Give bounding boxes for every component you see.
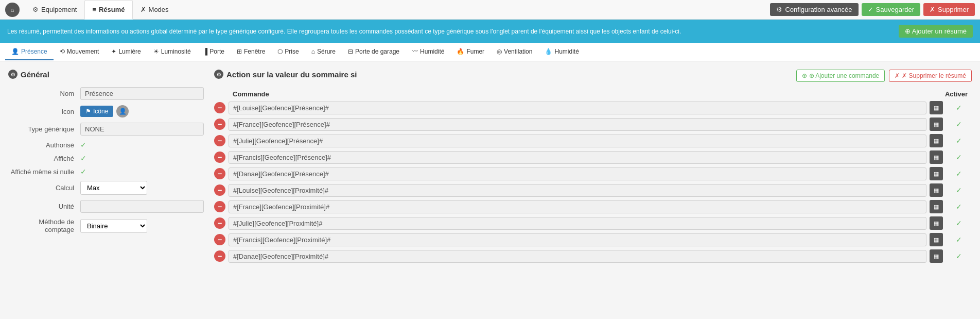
table-icon-button-9[interactable]: ▦ <box>930 249 943 263</box>
subtab-presence[interactable]: 👤 Présence <box>5 44 54 60</box>
supprimer-button[interactable]: ✗ Supprimer <box>923 3 975 16</box>
user-icon[interactable]: 👤 <box>116 105 129 117</box>
config-icon: ⚙ <box>776 6 782 13</box>
humidite1-icon: 〰 <box>412 48 418 55</box>
tab-equipement[interactable]: ⚙ Equipement <box>25 0 84 20</box>
subtab-ventilation-label: Ventilation <box>504 48 532 55</box>
subtab-fumer[interactable]: 🔥 Fumer <box>450 44 491 60</box>
command-check-1[interactable]: ✓ <box>956 120 962 128</box>
table-icon-button-1[interactable]: ▦ <box>930 117 943 131</box>
icon-picker-button[interactable]: ⚑ Icône <box>80 106 113 117</box>
presence-icon: 👤 <box>11 48 19 55</box>
calcul-select[interactable]: Max Min Moyenne Somme <box>80 181 147 195</box>
remove-command-button-3[interactable]: − <box>214 152 225 163</box>
table-icon-button-2[interactable]: ▦ <box>930 134 943 147</box>
humidite2-icon: 💧 <box>545 48 552 55</box>
table-icon-button-5[interactable]: ▦ <box>930 183 943 197</box>
command-input-1[interactable] <box>229 118 926 131</box>
check-col-6: ✓ <box>946 203 972 211</box>
type-generique-input[interactable] <box>80 123 204 136</box>
add-command-button[interactable]: ⊕ ⊕ Ajouter une commande <box>796 70 885 82</box>
subtab-mouvement[interactable]: ⟲ Mouvement <box>54 44 106 60</box>
equipement-icon: ⚙ <box>32 6 39 13</box>
command-check-0[interactable]: ✓ <box>956 104 962 112</box>
autorise-check[interactable]: ✓ <box>80 141 86 149</box>
nom-label: Nom <box>8 90 80 97</box>
delete-resume-button[interactable]: ✗ ✗ Supprimer le résumé <box>889 70 972 82</box>
table-icon-button-3[interactable]: ▦ <box>930 150 943 164</box>
table-icon-button-8[interactable]: ▦ <box>930 233 943 246</box>
methode-select[interactable]: Binaire Valeur <box>80 219 147 233</box>
remove-command-button-1[interactable]: − <box>214 119 225 130</box>
tab-modes[interactable]: ✗ Modes <box>133 0 177 20</box>
subtab-humidite1-label: Humidité <box>420 48 444 55</box>
subtab-serure[interactable]: ⌂ Sérure <box>305 44 342 60</box>
command-input-9[interactable] <box>229 250 926 263</box>
command-input-3[interactable] <box>229 151 926 164</box>
command-input-6[interactable] <box>229 200 926 213</box>
add-resume-button[interactable]: ⊕ Ajouter un résumé <box>899 25 973 38</box>
table-icon-button-7[interactable]: ▦ <box>930 216 943 230</box>
table-icon-button-0[interactable]: ▦ <box>930 101 943 114</box>
affiche-check[interactable]: ✓ <box>80 154 86 162</box>
remove-command-button-6[interactable]: − <box>214 201 225 212</box>
subtab-prise[interactable]: ⬡ Prise <box>271 44 305 60</box>
command-check-6[interactable]: ✓ <box>956 203 962 211</box>
remove-command-button-7[interactable]: − <box>214 217 225 229</box>
tab-equipement-label: Equipement <box>41 6 77 13</box>
subtab-ventilation[interactable]: ◎ Ventilation <box>491 44 538 60</box>
app-logo[interactable]: ⌂ <box>5 3 20 17</box>
command-check-2[interactable]: ✓ <box>956 137 962 145</box>
unite-input[interactable] <box>80 200 204 213</box>
add-command-label: ⊕ Ajouter une commande <box>809 72 880 79</box>
subtab-luminosite[interactable]: ☀ Luminosité <box>147 44 197 60</box>
nom-input[interactable] <box>80 87 204 100</box>
porte-garage-icon: ⊟ <box>348 48 353 55</box>
command-input-5[interactable] <box>229 184 926 197</box>
check-col-5: ✓ <box>946 186 972 194</box>
command-check-5[interactable]: ✓ <box>956 186 962 194</box>
config-avancee-button[interactable]: ⚙ Configuration avancée <box>770 3 858 16</box>
subtab-porte[interactable]: ▐ Porte <box>197 44 231 60</box>
command-input-0[interactable] <box>229 102 926 114</box>
subtab-humidite1[interactable]: 〰 Humidité <box>406 44 450 60</box>
remove-command-button-0[interactable]: − <box>214 102 225 113</box>
command-input-8[interactable] <box>229 233 926 246</box>
remove-command-button-8[interactable]: − <box>214 234 225 245</box>
command-check-9[interactable]: ✓ <box>956 252 962 260</box>
check-col-3: ✓ <box>946 153 972 161</box>
command-input-4[interactable] <box>229 167 926 180</box>
remove-command-button-4[interactable]: − <box>214 168 225 179</box>
tab-resume[interactable]: ≡ Résumé <box>84 0 132 20</box>
affiche-nulle-check[interactable]: ✓ <box>80 167 86 176</box>
delete-resume-icon: ✗ <box>895 72 900 79</box>
subtab-humidite2[interactable]: 💧 Humidité <box>538 44 585 60</box>
remove-command-button-9[interactable]: − <box>214 250 225 262</box>
resume-icon: ≡ <box>92 6 96 13</box>
porte-icon: ▐ <box>203 48 208 55</box>
subtab-lumiere[interactable]: ✦ Lumière <box>105 44 147 60</box>
subtab-fenetre[interactable]: ⊞ Fenêtre <box>231 44 271 60</box>
check-col-9: ✓ <box>946 252 972 260</box>
sauvegarder-button[interactable]: ✓ Sauvegarder <box>862 3 920 16</box>
command-check-8[interactable]: ✓ <box>956 236 962 244</box>
remove-command-button-5[interactable]: − <box>214 184 225 196</box>
command-row: − ▦ ✓ <box>214 117 972 131</box>
command-input-7[interactable] <box>229 217 926 230</box>
subtab-porte-garage[interactable]: ⊟ Porte de garage <box>342 44 406 60</box>
table-icon-button-6[interactable]: ▦ <box>930 200 943 213</box>
command-check-7[interactable]: ✓ <box>956 219 962 227</box>
command-check-4[interactable]: ✓ <box>956 170 962 178</box>
command-check-3[interactable]: ✓ <box>956 153 962 161</box>
command-input-2[interactable] <box>229 135 926 147</box>
subtab-luminosite-label: Luminosité <box>161 48 191 55</box>
type-generique-label: Type générique <box>8 125 80 133</box>
command-row: − ▦ ✓ <box>214 183 972 197</box>
fumer-icon: 🔥 <box>457 48 464 55</box>
subtab-porte-label: Porte <box>209 48 224 55</box>
form-row-calcul: Calcul Max Min Moyenne Somme <box>8 181 204 195</box>
col-headers: Commande Activer <box>214 90 972 101</box>
table-icon-button-4[interactable]: ▦ <box>930 167 943 180</box>
flag-icon: ⚑ <box>85 108 91 115</box>
remove-command-button-2[interactable]: − <box>214 135 225 146</box>
